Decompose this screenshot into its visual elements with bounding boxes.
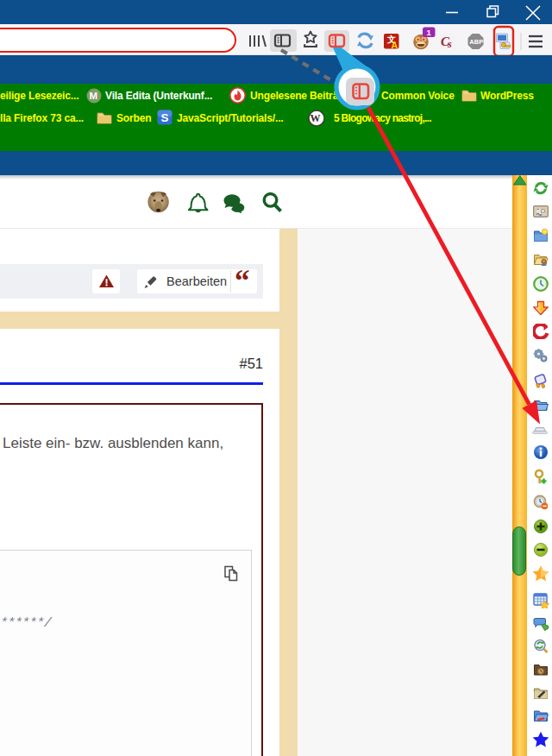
svg-text:s: s <box>447 38 452 50</box>
svg-text:M: M <box>89 91 97 101</box>
svg-text:ABP: ABP <box>469 38 483 46</box>
svg-text:W: W <box>310 112 321 124</box>
svg-text:1: 1 <box>427 28 432 37</box>
svg-text:S: S <box>161 111 169 124</box>
svg-text:A: A <box>392 40 398 50</box>
